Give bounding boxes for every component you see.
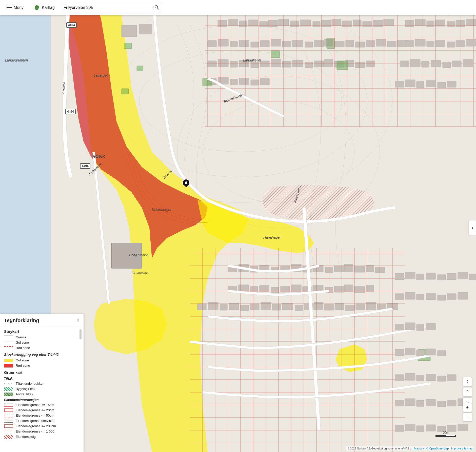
legend-section-stoykartlegging: Støykartlegging veg etter T-1442 [0, 351, 84, 358]
legend-label-gul-fill: Gul sone [16, 358, 29, 362]
menu-button[interactable]: Meny [3, 3, 28, 12]
map-controls: ⌃ ⌄ [463, 377, 472, 406]
compass-button[interactable] [463, 377, 472, 386]
legend-category-tiltak: Tiltak [0, 376, 84, 381]
legend-item-eiendom-20: Eiendomsgrense <= 20cm [0, 407, 84, 413]
legend-item-rod-fill: Rød sone [0, 363, 84, 368]
svg-marker-263 [467, 380, 468, 382]
legend-symbol-gul-sone [4, 341, 13, 344]
kartlag-button[interactable]: Kartlag [30, 3, 59, 13]
legend-label-eiendom-50: Eiendomsgrense <= 50cm [16, 414, 54, 417]
legend-label-eiendom-200: Eiendomsgrense <= 200cm [16, 424, 56, 428]
zoom-north-button[interactable]: ⌃ [463, 387, 472, 396]
zoom-buttons: + − [463, 403, 472, 422]
badge-4494-mid: 4494 [65, 109, 76, 114]
legend-close-button[interactable]: × [76, 318, 80, 323]
expand-panel-button[interactable]: › [469, 220, 476, 235]
hamburger-icon [7, 6, 12, 9]
scroll-indicator [80, 329, 82, 339]
legend-item-eiendom-omtv: Eiendomsgrense omtvistet [0, 418, 84, 423]
compass-icon [465, 379, 470, 384]
legend-symbol-eiendom-50 [4, 414, 13, 417]
legend-label-eiendom-1000: Eiendomsgrense <= 1 000 [16, 429, 54, 433]
legend-symbol-eiendom-1000 [4, 430, 13, 433]
expand-icon: › [472, 225, 473, 231]
legend-symbol-eiendom-200 [4, 424, 13, 428]
legend-symbol-rod-sone [4, 346, 13, 350]
legend-label-rod-fill: Rød sone [16, 364, 30, 367]
attribution-text: © 2023 Norkart AS/Geovekst og kommunene/… [347, 447, 412, 450]
legend-symbol-eiendomstoig [4, 435, 13, 439]
legend-symbol-rod-fill [4, 364, 13, 367]
legend-label-eiendomstoig: Eiendomstoig [16, 435, 36, 439]
attribution: © 2023 Norkart AS/Geovekst og kommunene/… [346, 446, 473, 450]
improve-link[interactable]: Improve this map [451, 447, 472, 450]
search-container: × [61, 3, 162, 12]
legend-item-andre-tiltak: Andre Tiltak [0, 392, 84, 397]
legend-item-bygning-tiltak: BygningTiltak [0, 386, 84, 392]
legend-header: Tegnforklaring × [0, 314, 84, 327]
legend-item-gul-sone: Gul sone [0, 340, 84, 345]
scale-bar: 50m [435, 431, 456, 437]
shield-icon [34, 5, 40, 11]
legend-item-eiendom-200: Eiendomsgrense <= 200cm [0, 423, 84, 429]
legend-label-bygning-tiltak: BygningTiltak [16, 387, 35, 391]
legend-label-gul-sone: Gul sone [16, 341, 29, 344]
legend-symbol-bygning-tiltak [4, 387, 13, 391]
search-input[interactable] [64, 5, 152, 10]
legend-item-eiendom-1000: Eiendomsgrense <= 1 000 [0, 429, 84, 434]
mapbox-link[interactable]: Mapbox [414, 447, 424, 450]
legend-label-andre-tiltak: Andre Tiltak [16, 392, 33, 396]
legend-symbol-eiendom-omtv [4, 419, 13, 423]
badge-4494-top: 4494 [66, 22, 77, 28]
search-icon [154, 5, 159, 10]
legend-symbol-eiendom-20 [4, 408, 13, 412]
legend-item-eiendom-50: Eiendomsgrense <= 50cm [0, 413, 84, 418]
legend-symbol-andre-tiltak [4, 393, 13, 396]
svg-point-261 [155, 6, 157, 8]
legend-section-stoykart: Støykart [0, 327, 84, 335]
svg-line-262 [157, 8, 159, 9]
legend-item-eiendomstoig: Eiendomstoig [0, 434, 84, 439]
search-button[interactable] [154, 5, 159, 11]
legend-section-grunnkart: Grunnkart [0, 368, 84, 376]
scale-label: 50m [443, 431, 448, 434]
kartlag-label: Kartlag [42, 5, 55, 10]
legend-panel: Tegnforklaring × Støykart Grense Gul son… [0, 314, 84, 452]
zoom-in-button[interactable]: + [463, 403, 472, 412]
legend-item-grense: Grense [0, 335, 84, 340]
legend-label-eiendom-omtv: Eiendomsgrense omtvistet [16, 419, 54, 423]
badge-4494-bot: 4494 [80, 163, 90, 169]
legend-label-eiendom-20: Eiendomsgrense <= 20cm [16, 408, 54, 412]
legend-label-grense: Grense [16, 335, 27, 339]
legend-symbol-eiendom-15 [4, 403, 13, 407]
legend-label-rod-sone: Rød sone [16, 346, 30, 350]
legend-item-tiltak-under: Tiltak under bakken [0, 381, 84, 386]
legend-symbol-gul-fill [4, 359, 13, 362]
legend-item-rod-sone: Rød sone [0, 345, 84, 351]
menu-label: Meny [14, 5, 24, 10]
legend-symbol-grense [4, 336, 13, 339]
legend-item-gul-fill: Gul sone [0, 358, 84, 363]
legend-label-tiltak-under: Tiltak under bakken [16, 382, 44, 385]
legend-category-eiendom: Eiendomsinformasjon [0, 397, 84, 402]
legend-label-eiendom-15: Eiendomsgrense <= 15cm [16, 403, 54, 407]
legend-title: Tegnforklaring [4, 318, 39, 323]
scale-line [435, 435, 456, 437]
svg-marker-264 [467, 382, 468, 384]
legend-item-eiendom-15: Eiendomsgrense <= 15cm [0, 402, 84, 407]
osm-link[interactable]: © OpenStreetMap [426, 447, 449, 450]
legend-symbol-tiltak-under [4, 382, 13, 385]
navbar: Meny Kartlag × [0, 0, 476, 15]
clear-button[interactable]: × [152, 5, 154, 10]
zoom-out-button[interactable]: − [463, 413, 472, 422]
